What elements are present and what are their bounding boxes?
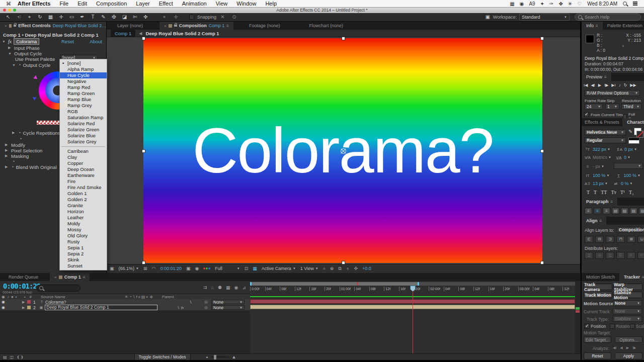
stopwatch-icon[interactable]: ◔: [12, 159, 15, 164]
wheel-marker-magenta-icon[interactable]: [33, 75, 38, 81]
mask-visibility-icon[interactable]: ◠: [152, 266, 156, 271]
snap-features-icon[interactable]: ⊙: [229, 13, 239, 21]
type-tool[interactable]: T: [88, 13, 98, 21]
analyze-backward-button[interactable]: ◀: [620, 346, 622, 350]
app-status-icon[interactable]: A9: [529, 1, 535, 7]
timeline-search-field[interactable]: [36, 285, 80, 292]
heart-status-icon[interactable]: ♡: [577, 1, 582, 7]
layer-name-selected[interactable]: Deep Royal Blue Solid 2 Comp 1: [45, 305, 157, 310]
exposure-icon[interactable]: ✣: [354, 266, 358, 271]
region-of-interest-icon[interactable]: ⊡: [245, 266, 249, 271]
show-snapshot-icon[interactable]: ◉: [195, 266, 199, 271]
search-help-field[interactable]: Search Help: [575, 14, 641, 21]
tracker-apply-button[interactable]: Apply: [615, 352, 642, 359]
effect-name[interactable]: Colorama: [14, 38, 39, 45]
align-left-layers-button[interactable]: ⊏: [585, 236, 593, 243]
twirl-down-icon[interactable]: ▼: [8, 52, 12, 55]
snapping-checkbox[interactable]: [189, 15, 194, 20]
preset-menu-item[interactable]: Ramp Blue: [60, 97, 107, 103]
faux-style-button[interactable]: T¹: [620, 190, 625, 195]
justify-last-right-button[interactable]: ▤: [630, 208, 637, 214]
current-time-display[interactable]: 0:00:01:20: [3, 282, 40, 290]
notification-center-icon[interactable]: [633, 3, 637, 4]
brush-tool[interactable]: ✎: [98, 13, 109, 21]
preset-menu-item[interactable]: Horizon: [60, 209, 107, 215]
options-button[interactable]: Options...: [615, 336, 642, 343]
menu-item[interactable]: Composition: [92, 1, 131, 7]
resolution-select-preview[interactable]: Third▼: [621, 104, 641, 110]
panel-menu-icon[interactable]: ≡: [611, 200, 613, 204]
menu-item[interactable]: Layer: [131, 1, 154, 7]
preset-menu-item[interactable]: Fire And Smoke: [60, 185, 107, 191]
faux-style-button[interactable]: T: [587, 190, 590, 195]
preset-menu-item[interactable]: Rusty: [60, 239, 107, 245]
position-checkbox[interactable]: Position: [585, 324, 606, 329]
reset-effect-link[interactable]: Reset: [61, 39, 74, 44]
network-status-icon[interactable]: ✳: [568, 1, 572, 7]
timeline-zoom-slider[interactable]: [212, 356, 229, 357]
handle-middle-left[interactable]: [142, 149, 145, 153]
faux-style-button[interactable]: T₁: [629, 190, 634, 195]
preset-menu-item[interactable]: Alpha Ramp: [60, 66, 107, 72]
selection-tool[interactable]: ↖: [3, 13, 14, 21]
work-area-start-handle[interactable]: [250, 282, 252, 286]
align-vcenter-layers-button[interactable]: ⊞: [627, 236, 635, 243]
tab-flowchart[interactable]: Flowchart (none): [304, 22, 348, 30]
panel-menu-icon[interactable]: ≡: [600, 219, 602, 223]
viewer-timecode[interactable]: 0:00:01:20: [160, 266, 182, 271]
close-panel-icon[interactable]: ×: [164, 24, 167, 28]
distribute-right-button[interactable]: ⊫: [637, 252, 644, 259]
twirl-right-icon[interactable]: ▶: [12, 131, 16, 135]
grid-guides-icon[interactable]: ⊞: [143, 266, 147, 271]
tab-effect-controls[interactable]: × Effect Controls Deep Royal Blue Solid …: [0, 22, 106, 30]
panel-menu-icon[interactable]: ≡: [226, 24, 229, 28]
faux-style-button[interactable]: T: [594, 190, 597, 195]
comp-mini-flowchart-icon[interactable]: ⇉: [203, 285, 207, 290]
close-window-button[interactable]: [3, 9, 6, 12]
preset-menu-item[interactable]: Sepia 2: [60, 251, 107, 257]
previous-frame-button[interactable]: ◀I: [591, 83, 595, 87]
workspace-select[interactable]: Standard▼: [519, 14, 570, 21]
leading-value[interactable]: 0 px: [624, 147, 633, 152]
align-bottom-layers-button[interactable]: ⊔: [637, 236, 644, 243]
tab-footage[interactable]: Footage (none): [245, 22, 285, 30]
tracking-value[interactable]: 0: [624, 155, 626, 160]
ram-preview-button[interactable]: ▶▶: [630, 83, 636, 87]
preset-menu-item[interactable]: Solarize Red: [60, 121, 107, 127]
track-camera-button[interactable]: Track Camera: [584, 284, 612, 290]
axis-mode-2-icon[interactable]: ✛: [171, 13, 181, 21]
edit-target-button[interactable]: Edit Target...: [584, 336, 611, 343]
menu-item[interactable]: Window: [232, 1, 261, 7]
workspace-icon[interactable]: ▣: [482, 13, 493, 21]
loop-button[interactable]: ↻: [624, 83, 627, 87]
first-frame-button[interactable]: I◀: [584, 83, 588, 87]
distribute-bottom-button[interactable]: ⊑: [606, 252, 614, 259]
camera-select[interactable]: Active Camera▼: [262, 266, 296, 271]
tab-align[interactable]: Align≡: [582, 217, 606, 225]
handle-bottom-left[interactable]: [142, 261, 145, 264]
layer-quality-icon[interactable]: ∖: [177, 306, 179, 310]
align-right-layers-button[interactable]: ⊐: [606, 236, 614, 243]
layer-row-2[interactable]: ◉ ▶ 2 ▣ Deep Royal Blue Solid 2 Comp 1 ∖…: [0, 305, 250, 311]
motion-source-select[interactable]: None▼: [613, 300, 642, 306]
last-frame-button[interactable]: ▶I: [611, 83, 615, 87]
zoom-out-timeline-icon[interactable]: ▲: [206, 355, 209, 358]
menu-item[interactable]: Animation: [178, 1, 211, 7]
panel-menu-icon[interactable]: ≡: [83, 275, 86, 280]
flowchart-button-icon[interactable]: ♁: [346, 266, 350, 271]
pan-behind-tool[interactable]: ✛: [56, 13, 66, 21]
layer-fx-icon[interactable]: fx: [181, 306, 184, 310]
skip-select[interactable]: 1▼: [605, 104, 619, 110]
sync-status-icon[interactable]: ✥: [558, 1, 562, 7]
row-output-cycle-wheel[interactable]: ▼ ◔ Output Cycle: [12, 62, 50, 68]
preset-menu-item[interactable]: Saturation Ramp: [60, 115, 107, 121]
preset-menu-item[interactable]: Golden 2: [60, 197, 107, 203]
rotation-tool[interactable]: ↻: [35, 13, 45, 21]
stroke-color-swatch[interactable]: [636, 131, 643, 138]
align-left-button[interactable]: ≡: [585, 208, 592, 214]
play-button[interactable]: ▶: [598, 83, 601, 87]
baseline-shift-value[interactable]: 13 px: [593, 181, 604, 186]
menu-bar-clock[interactable]: Wed 8:20 AM: [587, 1, 617, 7]
parent-pickwhip-icon[interactable]: ◎: [204, 300, 208, 304]
breadcrumb-comp-tab[interactable]: Comp 1: [111, 30, 135, 37]
